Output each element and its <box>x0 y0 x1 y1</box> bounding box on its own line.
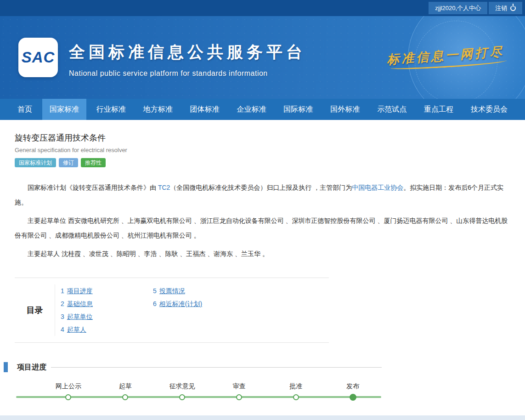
toc-item-progress: 1项目进度 <box>61 284 153 297</box>
timeline-dot <box>293 394 299 400</box>
toc-num: 5 <box>153 287 157 295</box>
nav-item-group-standards[interactable]: 团体标准 <box>183 99 227 120</box>
section-title-progress: 项目进度 <box>17 363 46 372</box>
toc-column-2: 5投票情况 6相近标准(计划) <box>153 284 245 336</box>
progress-timeline: 网上公示 起草 征求意见 审查 批准 发布 <box>16 381 381 405</box>
intro-paragraph: 国家标准计划《旋转变压器通用技术条件》由 TC2（全国微电机标准化技术委员会）归… <box>15 180 514 210</box>
toc-column-1: 1项目进度 2基础信息 3起草单位 4起草人 <box>61 284 153 336</box>
page: zjjl2020,个人中心 注销 SAC 全国标准信息公共服务平台 Nation… <box>0 0 525 420</box>
toc-title: 目录 <box>15 284 55 336</box>
timeline-dot-current <box>350 394 356 401</box>
standard-title: 旋转变压器通用技术条件 <box>15 120 514 143</box>
section-header-project-progress: 项目进度 <box>4 362 382 372</box>
section-accent-bar <box>4 362 8 372</box>
timeline-stage-label: 审查 <box>210 381 267 391</box>
nav-item-key-projects[interactable]: 重点工程 <box>417 99 461 120</box>
site-title-block: 全国标准信息公共服务平台 National public service pla… <box>69 41 306 78</box>
intro-text-1: 国家标准计划《旋转变压器通用技术条件》由 <box>28 184 158 191</box>
timeline-dot <box>179 394 185 400</box>
timeline-stage-label: 发布 <box>324 381 381 391</box>
toc-link-progress[interactable]: 项目进度 <box>67 287 93 295</box>
site-title: 全国标准信息公共服务平台 <box>69 41 306 63</box>
timeline-dot <box>122 394 128 400</box>
toc-num: 4 <box>61 326 64 333</box>
footer-strip <box>0 415 525 420</box>
logout-label: 注销 <box>495 2 507 14</box>
timeline-stage-approval: 批准 <box>267 381 324 405</box>
toc: 目录 1项目进度 2基础信息 3起草单位 4起草人 5投票情况 6相近标准(计划… <box>15 278 329 343</box>
topbar: zjjl2020,个人中心 注销 <box>0 0 525 16</box>
tag-revision: 修订 <box>59 158 78 167</box>
timeline-stage-label: 网上公示 <box>40 381 97 391</box>
power-icon <box>510 6 516 11</box>
site-subtitle: National public service platform for sta… <box>69 69 306 78</box>
toc-link-basic-info[interactable]: 基础信息 <box>67 300 93 307</box>
nav-item-home[interactable]: 首页 <box>10 99 40 120</box>
tag-recommended: 推荐性 <box>81 158 106 167</box>
timeline-dot <box>65 394 71 400</box>
section-divider-line <box>51 367 382 368</box>
nav-item-pilot-demonstration[interactable]: 示范试点 <box>370 99 414 120</box>
sac-logo[interactable]: SAC <box>18 38 58 77</box>
timeline-stage-soliciting-opinions: 征求意见 <box>154 381 211 405</box>
toc-num: 2 <box>61 300 64 307</box>
nav-item-local-standards[interactable]: 地方标准 <box>136 99 180 120</box>
toc-item-drafters: 4起草人 <box>61 323 153 336</box>
tc2-link[interactable]: TC2 <box>158 184 170 191</box>
timeline-stage-label: 征求意见 <box>154 381 211 391</box>
timeline-stage-public-notice: 网上公示 <box>40 381 97 405</box>
competent-department-link[interactable]: 中国电器工业协会 <box>352 184 403 191</box>
user-center-button[interactable]: zjjl2020,个人中心 <box>429 2 487 14</box>
nav-item-international-standards[interactable]: 国际标准 <box>276 99 320 120</box>
toc-item-basic-info: 2基础信息 <box>61 297 153 310</box>
nav-item-industry-standards[interactable]: 行业标准 <box>89 99 133 120</box>
tag-row: 国家标准计划 修订 推荐性 <box>15 158 514 167</box>
toc-link-similar-standards[interactable]: 相近标准(计划) <box>159 300 202 307</box>
standard-subtitle-en: General specification for electrical res… <box>15 147 514 153</box>
timeline-stage-review: 审查 <box>210 381 267 405</box>
nav-item-enterprise-standards[interactable]: 企业标准 <box>229 99 273 120</box>
nav-item-national-standards[interactable]: 国家标准 <box>42 99 86 120</box>
toc-num: 6 <box>153 300 157 307</box>
nav-item-foreign-standards[interactable]: 国外标准 <box>323 99 367 120</box>
toc-item-drafting-units: 3起草单位 <box>61 310 153 323</box>
toc-links: 1项目进度 2基础信息 3起草单位 4起草人 5投票情况 6相近标准(计划) <box>55 284 329 336</box>
logout-button[interactable]: 注销 <box>489 2 522 14</box>
main-content: 旋转变压器通用技术条件 General specification for el… <box>0 120 525 420</box>
toc-link-drafting-units[interactable]: 起草单位 <box>67 313 93 320</box>
drafting-units-paragraph: 主要起草单位 西安微电机研究所 、上海赢双电机有限公司 、浙江巨龙自动化设备有限… <box>15 213 514 243</box>
nav-item-technical-committees[interactable]: 技术委员会 <box>463 99 515 120</box>
drafters-paragraph: 主要起草人 沈桂霞 、凌世茂 、陈昭明 、李浩 、陈耿 、王福杰 、谢海东 、兰… <box>15 246 514 261</box>
timeline-stage-label: 起草 <box>97 381 154 391</box>
timeline-dot <box>236 394 242 400</box>
intro-text-2: （全国微电机标准化技术委员会）归口上报及执行 ，主管部门为 <box>170 184 352 191</box>
toc-item-voting: 5投票情况 <box>153 284 245 297</box>
toc-link-drafters[interactable]: 起草人 <box>67 326 86 333</box>
toc-num: 1 <box>61 287 64 295</box>
timeline-stage-publish: 发布 <box>324 381 381 405</box>
sac-logo-text: SAC <box>22 49 55 66</box>
tag-national-standard-plan: 国家标准计划 <box>15 158 56 167</box>
toc-item-similar-standards: 6相近标准(计划) <box>153 297 245 310</box>
timeline-stage-drafting: 起草 <box>97 381 154 405</box>
toc-num: 3 <box>61 313 64 320</box>
timeline-stage-label: 批准 <box>267 381 324 391</box>
site-header: SAC 全国标准信息公共服务平台 National public service… <box>0 16 525 99</box>
main-nav: 首页 国家标准 行业标准 地方标准 团体标准 企业标准 国际标准 国外标准 示范… <box>0 99 525 120</box>
toc-link-voting[interactable]: 投票情况 <box>159 287 185 295</box>
